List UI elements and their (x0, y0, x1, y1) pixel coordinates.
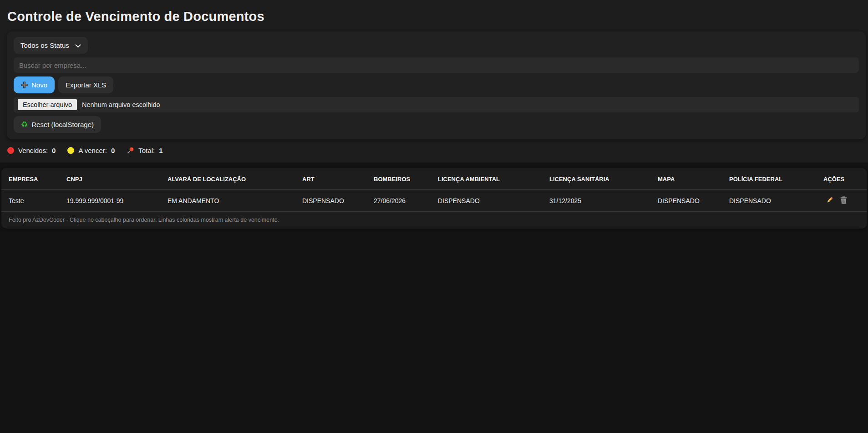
cell-empresa: Teste (1, 190, 59, 212)
expired-dot (7, 147, 14, 154)
due-counter: A vencer: 0 (67, 147, 115, 154)
controls-panel: Todos os Status Novo Exportar XLS Es (7, 31, 866, 139)
pushpin-icon (127, 147, 134, 154)
column-header-mapa[interactable]: MAPA (650, 168, 722, 190)
file-input-row: Escolher arquivo Nenhum arquivo escolhid… (14, 97, 859, 112)
due-dot (67, 147, 74, 154)
cell-licenca-ambiental: DISPENSADO (431, 190, 542, 212)
documents-table-card: EMPRESA CNPJ ALVARÁ DE LOCALIZAÇÃO ART B… (1, 168, 867, 229)
reset-localstorage-button[interactable]: ♻ Reset (localStorage) (14, 116, 101, 133)
cell-alvara-localizacao: EM ANDAMENTO (160, 190, 295, 212)
export-xls-button[interactable]: Exportar XLS (58, 76, 113, 93)
cell-bombeiros: 27/06/2026 (366, 190, 431, 212)
column-header-policia-federal[interactable]: POLÍCIA FEDERAL (722, 168, 816, 190)
status-filter-select[interactable]: Todos os Status (14, 37, 88, 54)
table-footer-note: Feito pro AzDevCoder - Clique no cabeçal… (1, 212, 867, 229)
column-header-alvara-localizacao[interactable]: ALVARÁ DE LOCALIZAÇÃO (160, 168, 295, 190)
plus-icon (21, 82, 28, 88)
total-label: Total: (138, 147, 155, 154)
table-row: Teste 19.999.999/0001-99 EM ANDAMENTO DI… (1, 190, 867, 212)
expired-counter: Vencidos: 0 (7, 147, 56, 154)
column-header-acoes: AÇÕES (816, 168, 867, 190)
reset-button-label: Reset (localStorage) (31, 121, 94, 128)
file-input-status: Nenhum arquivo escolhido (82, 101, 160, 108)
cell-cnpj: 19.999.999/0001-99 (59, 190, 160, 212)
cell-licenca-sanitaria: 31/12/2025 (542, 190, 650, 212)
page-title: Controle de Vencimento de Documentos (7, 9, 861, 24)
cell-art: DISPENSADO (295, 190, 366, 212)
column-header-art[interactable]: ART (295, 168, 366, 190)
cell-policia-federal: DISPENSADO (722, 190, 816, 212)
pencil-icon (826, 199, 834, 205)
choose-file-button[interactable]: Escolher arquivo (18, 99, 77, 110)
due-value: 0 (111, 147, 115, 154)
column-header-licenca-sanitaria[interactable]: LICENÇA SANITÁRIA (542, 168, 650, 190)
trash-icon (840, 199, 847, 205)
table-header-row: EMPRESA CNPJ ALVARÁ DE LOCALIZAÇÃO ART B… (1, 168, 867, 190)
expired-label: Vencidos: (18, 147, 48, 154)
documents-table: EMPRESA CNPJ ALVARÁ DE LOCALIZAÇÃO ART B… (1, 168, 867, 212)
cell-acoes (816, 190, 867, 212)
new-button[interactable]: Novo (14, 76, 55, 93)
delete-row-button[interactable] (838, 196, 849, 204)
cell-mapa: DISPENSADO (650, 190, 722, 212)
search-input[interactable] (14, 57, 859, 73)
new-button-label: Novo (31, 81, 47, 89)
status-counters: Vencidos: 0 A vencer: 0 Total: 1 (7, 147, 861, 154)
column-header-empresa[interactable]: EMPRESA (1, 168, 59, 190)
edit-row-button[interactable] (823, 196, 836, 204)
export-xls-label: Exportar XLS (66, 81, 106, 89)
recycle-icon: ♻ (21, 121, 28, 128)
total-value: 1 (159, 147, 162, 154)
status-filter-value: Todos os Status (20, 41, 69, 49)
expired-value: 0 (52, 147, 56, 154)
due-label: A vencer: (78, 147, 107, 154)
header-section: Controle de Vencimento de Documentos Tod… (0, 0, 868, 163)
table-section: EMPRESA CNPJ ALVARÁ DE LOCALIZAÇÃO ART B… (0, 163, 868, 418)
column-header-licenca-ambiental[interactable]: LICENÇA AMBIENTAL (431, 168, 542, 190)
column-header-bombeiros[interactable]: BOMBEIROS (366, 168, 431, 190)
total-counter: Total: 1 (127, 147, 162, 154)
column-header-cnpj[interactable]: CNPJ (59, 168, 160, 190)
chevron-down-icon (75, 41, 81, 49)
